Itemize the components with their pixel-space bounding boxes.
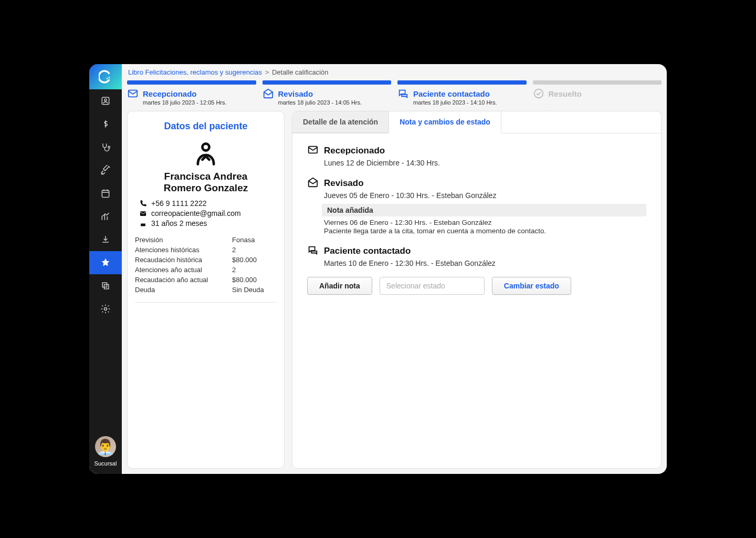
- progress-bar: [127, 80, 256, 85]
- nav-item-download[interactable]: [89, 228, 122, 251]
- patient-stats: PrevisiónFonasa Atenciones históricas2 R…: [135, 235, 277, 295]
- svg-rect-6: [102, 283, 107, 287]
- patient-avatar-icon: [135, 140, 277, 168]
- progress-bar: [533, 80, 662, 85]
- patient-age: 31 años 2 meses: [139, 219, 277, 227]
- cake-icon: [139, 220, 147, 227]
- mail-open-icon: [307, 177, 319, 190]
- step-title: Resuelto: [549, 89, 582, 98]
- svg-point-4: [108, 146, 110, 148]
- timeline-subtitle: Lunes 12 de Diciembre - 14:30 Hrs.: [324, 159, 646, 167]
- patient-email: correopaciente@gmail.com: [139, 209, 277, 218]
- svg-rect-12: [140, 211, 146, 216]
- svg-point-0: [107, 78, 108, 79]
- svg-point-3: [104, 99, 107, 101]
- change-state-button[interactable]: Cambiar estado: [492, 277, 571, 295]
- svg-rect-7: [104, 285, 109, 289]
- progress-step-contactado: Paciente contactado martes 18 julio 2023…: [397, 80, 527, 106]
- timeline-subtitle: Martes 10 de Enero - 12:30 Hrs. - Esteba…: [324, 259, 646, 267]
- step-subtitle: martes 18 julio 2023 - 12:05 Hrs.: [143, 99, 256, 106]
- app-logo: [89, 64, 122, 89]
- chat-icon: [307, 244, 319, 258]
- timeline-item-recepcionado: Recepcionado Lunes 12 de Diciembre - 14:…: [307, 144, 646, 167]
- dollar-icon: [100, 119, 111, 129]
- tab-detalle-atencion[interactable]: Detalle de la atención: [292, 111, 389, 133]
- timeline-item-contactado: Paciente contactado Martes 10 de Enero -…: [307, 244, 646, 267]
- nav-item-settings[interactable]: [89, 297, 122, 320]
- step-title: Revisado: [278, 89, 313, 98]
- action-row: Añadir nota Selecionar estado Cambiar es…: [307, 277, 646, 295]
- kv-row: DeudaSin Deuda: [135, 285, 277, 295]
- nav-item-analytics[interactable]: [89, 205, 122, 228]
- note-text: Paciente llega tarde a la cita, tomar en…: [324, 227, 646, 235]
- kv-row: Recaudación año actual$80.000: [135, 275, 277, 285]
- mail-closed-icon: [307, 144, 319, 158]
- step-title: Recepcionado: [143, 89, 197, 98]
- note-meta: Viernes 06 de Enero - 12:30 Hrs. - Esteb…: [324, 219, 646, 226]
- note-title: Nota añadida: [322, 204, 646, 216]
- progress-steps: Recepcionado martes 18 julio 2023 - 12:0…: [122, 80, 667, 111]
- nav-item-reviews[interactable]: [89, 251, 122, 274]
- kv-row: PrevisiónFonasa: [135, 235, 277, 245]
- chat-icon: [397, 88, 409, 99]
- timeline: Recepcionado Lunes 12 de Diciembre - 14:…: [292, 133, 661, 305]
- phone-icon: [139, 200, 147, 208]
- step-subtitle: martes 18 julio 2023 - 14:10 Hrs.: [413, 99, 527, 106]
- nav-item-calendar[interactable]: [89, 182, 122, 205]
- breadcrumb-current: Detalle calificación: [272, 68, 329, 76]
- nav-item-stethoscope[interactable]: [89, 136, 122, 159]
- progress-bar: [397, 80, 527, 85]
- main-content: Libro Felicitaciones, reclamos y sugeren…: [122, 64, 667, 474]
- calendar-icon: [100, 188, 111, 199]
- check-circle-icon: [533, 88, 544, 99]
- nav-item-injection[interactable]: [89, 159, 122, 182]
- timeline-title: Recepcionado: [324, 146, 385, 156]
- sidebar-footer: 👨‍💼 Sucursal: [94, 436, 117, 474]
- kv-row: Atenciones históricas2: [135, 245, 277, 255]
- detail-card: Detalle de la atención Nota y cambios de…: [292, 111, 662, 469]
- star-icon: [100, 257, 111, 268]
- progress-bar: [262, 80, 392, 85]
- step-subtitle: martes 18 julio 2023 - 14:05 Hrs.: [278, 99, 392, 106]
- user-card-icon: [100, 96, 111, 106]
- app-window: 👨‍💼 Sucursal Libro Felicitaciones, recla…: [89, 64, 667, 474]
- avatar-image: 👨‍💼: [96, 438, 114, 456]
- nav-item-money[interactable]: [89, 112, 122, 136]
- state-select[interactable]: Selecionar estado: [380, 277, 485, 295]
- svg-rect-5: [102, 190, 109, 197]
- sidebar-nav: 👨‍💼 Sucursal: [89, 64, 122, 474]
- stethoscope-icon: [100, 142, 111, 152]
- nav-item-layers[interactable]: [89, 274, 122, 297]
- breadcrumb-link[interactable]: Libro Felicitaciones, reclamos y sugeren…: [128, 68, 262, 76]
- mail-closed-icon: [127, 88, 139, 99]
- svg-point-1: [109, 77, 110, 78]
- patient-phone: +56 9 1111 2222: [139, 199, 277, 208]
- patient-name: Francisca Andrea Romero Gonzalez: [135, 171, 277, 194]
- sidebar-footer-label: Sucursal: [94, 460, 117, 467]
- progress-step-revisado: Revisado martes 18 julio 2023 - 14:05 Hr…: [262, 80, 392, 106]
- chart-icon: [100, 211, 111, 222]
- timeline-item-revisado: Revisado Jueves 05 de Enero - 10:30 Hrs.…: [307, 177, 646, 235]
- svg-point-8: [104, 308, 107, 311]
- tab-header: Detalle de la atención Nota y cambios de…: [292, 111, 661, 133]
- timeline-title: Paciente contactado: [324, 246, 411, 256]
- mail-open-icon: [262, 88, 274, 99]
- mail-icon: [139, 210, 147, 218]
- breadcrumb: Libro Felicitaciones, reclamos y sugeren…: [122, 64, 667, 80]
- step-subtitle: .: [549, 99, 662, 106]
- patient-card: Datos del paciente Francisca Andrea Rome…: [127, 111, 285, 469]
- svg-point-10: [534, 89, 543, 98]
- kv-row: Atenciones año actual2: [135, 265, 277, 275]
- kv-row: Recaudación histórica$80.000: [135, 255, 277, 265]
- nav-item-user[interactable]: [89, 89, 122, 112]
- timeline-subtitle: Jueves 05 de Enero - 10:30 Hrs. - Esteba…: [324, 191, 646, 200]
- progress-step-resuelto: Resuelto .: [533, 80, 662, 106]
- patient-card-title: Datos del paciente: [135, 121, 277, 132]
- gear-icon: [100, 304, 111, 314]
- syringe-icon: [100, 165, 111, 175]
- add-note-button[interactable]: Añadir nota: [307, 277, 372, 295]
- svg-point-11: [203, 144, 209, 151]
- user-avatar[interactable]: 👨‍💼: [95, 436, 116, 457]
- tab-nota-cambios[interactable]: Nota y cambios de estado: [389, 111, 501, 133]
- divider: [135, 302, 277, 303]
